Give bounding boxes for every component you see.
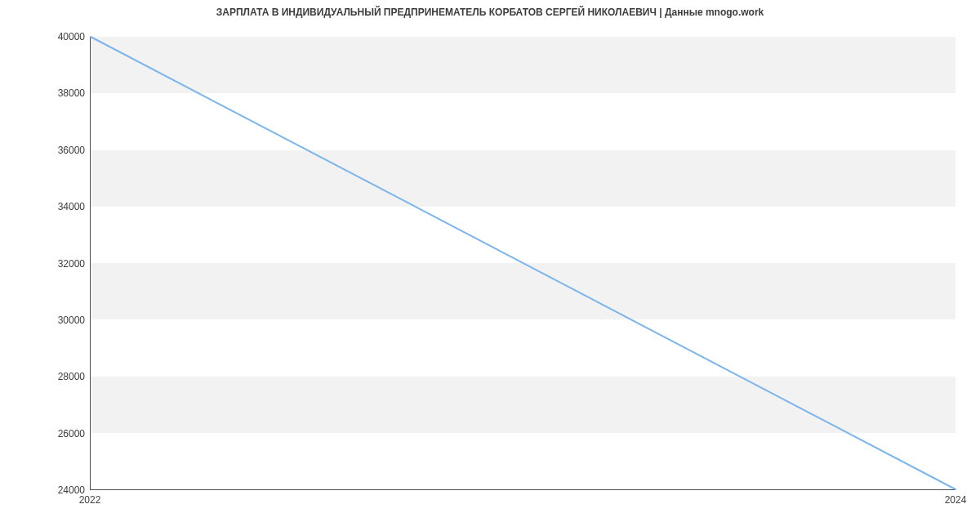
data-line — [91, 37, 956, 489]
y-tick-label: 34000 — [58, 201, 85, 212]
y-tick-label: 36000 — [58, 145, 85, 156]
x-tick-label: 2024 — [945, 494, 967, 506]
y-tick-label: 26000 — [58, 428, 85, 440]
x-tick-label: 2022 — [79, 494, 101, 506]
chart-container: ЗАРПЛАТА В ИНДИВИДУАЛЬНЫЙ ПРЕДПРИНЕМАТЕЛ… — [0, 0, 980, 531]
chart-line-svg — [91, 37, 956, 489]
y-tick-label: 32000 — [58, 258, 85, 270]
chart-title: ЗАРПЛАТА В ИНДИВИДУАЛЬНЫЙ ПРЕДПРИНЕМАТЕЛ… — [216, 7, 764, 18]
y-tick-label: 38000 — [58, 87, 85, 99]
y-tick-label: 28000 — [58, 371, 85, 382]
plot-area — [90, 37, 956, 490]
y-tick-label: 30000 — [58, 315, 85, 326]
y-tick-label: 40000 — [58, 31, 85, 42]
